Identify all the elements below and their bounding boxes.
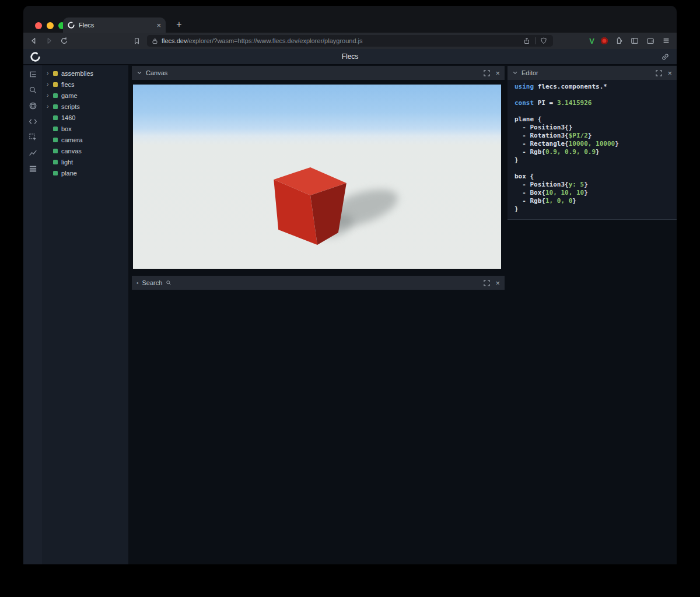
main-content-area: Canvas × (128, 65, 677, 564)
editor-panel-header[interactable]: Editor × (508, 66, 677, 80)
tree-item-camera[interactable]: camera (42, 134, 128, 145)
entity-color-swatch (53, 138, 58, 142)
tree-expand-icon[interactable]: › (47, 70, 53, 76)
minimize-window-button[interactable] (47, 22, 54, 29)
canvas-panel: Canvas × (132, 66, 505, 269)
tree-item-label: game (61, 92, 78, 99)
expand-icon[interactable] (484, 280, 490, 286)
tree-item-flecs[interactable]: ›flecs (42, 79, 128, 90)
bookmark-icon[interactable] (132, 36, 141, 45)
brave-shield-icon[interactable] (539, 36, 548, 45)
entity-color-swatch (53, 149, 58, 153)
new-tab-button[interactable]: + (173, 18, 186, 31)
tree-item-canvas[interactable]: canvas (42, 145, 128, 156)
entity-color-swatch (53, 171, 58, 175)
entity-color-swatch (53, 93, 58, 98)
expand-icon[interactable] (484, 70, 490, 76)
code-line: - Box{10, 10, 10} (514, 189, 677, 197)
entity-color-swatch (53, 127, 58, 131)
commands-icon[interactable] (26, 163, 39, 174)
code-icon[interactable] (26, 116, 39, 127)
hierarchy-icon[interactable] (26, 69, 39, 79)
sidebar-icon-rail (23, 65, 42, 564)
tab-close-icon[interactable]: × (156, 22, 161, 29)
sidebar-toggle-icon[interactable] (630, 36, 639, 45)
code-line: - Position3{y: 5} (514, 181, 677, 189)
search-icon[interactable] (26, 85, 39, 95)
code-line: - Rgb{0.9, 0.9, 0.9} (514, 148, 677, 156)
desktop-background: Flecs × + flecs.dev (0, 0, 700, 597)
search-panel-header[interactable]: • Search × (132, 276, 505, 290)
red-cube (274, 167, 346, 245)
magnifier-icon (166, 280, 172, 286)
editor-panel-title: Editor (522, 69, 538, 76)
code-line: - Rotation3{$PI/2} (514, 132, 677, 140)
code-line: const PI = 3.1415926 (514, 99, 677, 107)
entity-color-swatch (53, 82, 58, 87)
tree-expand-icon[interactable]: › (47, 103, 53, 110)
tree-expand-icon[interactable]: › (47, 81, 53, 87)
tree-expand-icon[interactable]: › (47, 92, 53, 99)
expand-icon[interactable] (656, 70, 662, 76)
code-line: - Rgb{1, 0, 0} (514, 197, 677, 205)
forward-icon[interactable] (44, 36, 54, 45)
entities-icon[interactable] (26, 100, 39, 111)
canvas-3d-viewport[interactable] (133, 85, 501, 269)
flecs-explorer-app: Flecs (23, 49, 677, 564)
canvas-panel-header[interactable]: Canvas × (132, 66, 505, 80)
editor-panel: Editor × using flecs.components.* const … (508, 66, 677, 220)
entity-color-swatch (53, 115, 58, 120)
tab-favicon-icon (68, 22, 75, 29)
chevron-down-icon[interactable] (512, 70, 518, 76)
code-line (514, 91, 677, 99)
close-icon[interactable]: × (495, 279, 500, 287)
tree-item-light[interactable]: light (42, 156, 128, 167)
search-panel-title: Search (142, 279, 163, 286)
extensions-puzzle-icon[interactable] (614, 36, 624, 45)
tree-item-plane[interactable]: plane (42, 167, 128, 178)
tree-item-scripts[interactable]: ›scripts (42, 101, 128, 112)
address-bar[interactable]: flecs.dev /explorer/?wasm=https://www.fl… (147, 35, 553, 47)
tree-item-label: canvas (61, 148, 82, 154)
lock-icon (152, 38, 158, 44)
inspect-icon[interactable] (26, 132, 39, 142)
tree-item-game[interactable]: ›game (42, 90, 128, 101)
code-line: plane { (514, 115, 677, 124)
wallet-icon[interactable] (646, 36, 655, 45)
share-icon[interactable] (522, 36, 531, 45)
collapsed-bullet-icon[interactable]: • (136, 280, 139, 286)
entity-color-swatch (53, 104, 58, 109)
red-extension-icon[interactable] (601, 37, 608, 44)
entity-color-swatch (53, 71, 58, 76)
page-title: Flecs (23, 52, 677, 61)
tree-item-label: light (61, 159, 73, 166)
browser-menu-icon[interactable] (662, 36, 671, 45)
tree-item-1460[interactable]: 1460 (42, 112, 128, 123)
tree-item-label: camera (61, 136, 83, 143)
code-line: - Position3{} (514, 124, 677, 132)
close-icon[interactable]: × (495, 69, 500, 77)
extension-cluster: V (589, 36, 671, 45)
canvas-header-actions: × (484, 69, 500, 77)
close-window-button[interactable] (35, 22, 42, 29)
tree-item-assemblies[interactable]: ›assemblies (42, 68, 128, 79)
app-header: Flecs (23, 49, 677, 65)
chevron-down-icon[interactable] (136, 70, 142, 76)
back-icon[interactable] (29, 36, 38, 45)
script-editor[interactable]: using flecs.components.* const PI = 3.14… (508, 80, 677, 219)
code-line: box { (514, 173, 677, 181)
url-path: /explorer/?wasm=https://www.flecs.dev/ex… (187, 37, 519, 44)
reload-icon[interactable] (60, 36, 69, 45)
search-header-actions: × (484, 279, 500, 287)
search-panel: • Search × (132, 276, 505, 290)
code-line (514, 164, 677, 173)
stats-icon[interactable] (26, 148, 39, 158)
vimium-extension-icon[interactable]: V (589, 37, 594, 45)
tree-item-box[interactable]: box (42, 123, 128, 134)
window-controls (35, 22, 65, 29)
code-line: } (514, 205, 677, 213)
share-link-icon[interactable] (661, 52, 670, 61)
close-icon[interactable]: × (667, 69, 672, 77)
browser-tab[interactable]: Flecs × (63, 17, 166, 33)
tab-title: Flecs (79, 22, 152, 29)
